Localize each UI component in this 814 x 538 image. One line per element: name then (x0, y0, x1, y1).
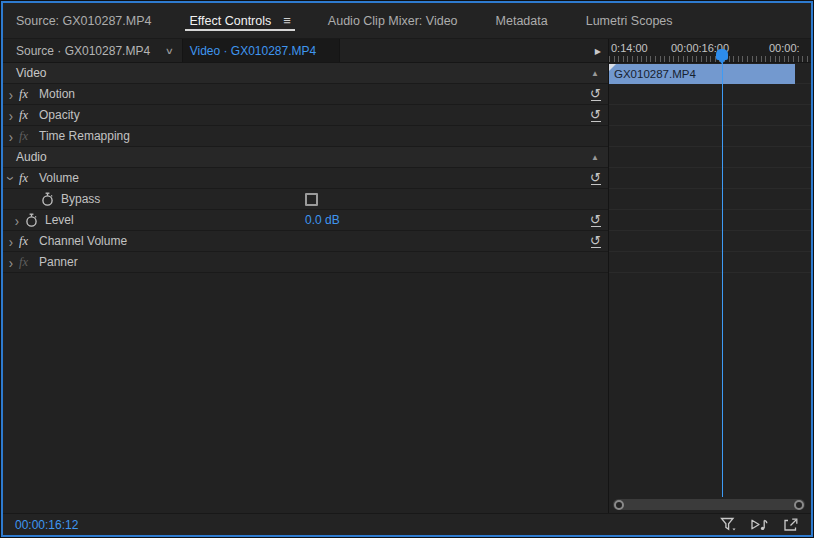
tab-lumetri-scopes[interactable]: Lumetri Scopes (567, 3, 692, 38)
panel-menu-icon[interactable]: ≡ (283, 13, 290, 28)
effect-row-motion[interactable]: › fx Motion ↺ (3, 84, 608, 105)
timeline-clip[interactable]: GX010287.MP4 (609, 64, 795, 84)
panner-label: Panner (39, 255, 78, 269)
reset-volume-button[interactable]: ↺ (590, 172, 601, 185)
level-label: Level (45, 213, 74, 227)
ruler-tick-label: 0:14:00 (611, 42, 648, 54)
tab-metadata[interactable]: Metadata (477, 3, 567, 38)
effect-row-time-remapping[interactable]: › fx Time Remapping (3, 126, 608, 147)
chevron-open-icon[interactable]: › (4, 176, 19, 180)
reset-channel-volume-button[interactable]: ↺ (590, 235, 601, 248)
chevron-right-icon[interactable]: › (9, 129, 13, 144)
tab-effect-controls-label: Effect Controls (190, 14, 272, 28)
reset-level-button[interactable]: ↺ (590, 214, 601, 227)
stopwatch-icon[interactable] (25, 213, 38, 228)
volume-label: Volume (39, 171, 79, 185)
fx-badge-icon[interactable]: fx (19, 171, 39, 186)
timeline-body: GX010287.MP4 (609, 63, 811, 513)
chevron-right-icon[interactable]: › (15, 213, 19, 228)
chevron-down-icon[interactable]: ∨ (165, 46, 174, 56)
section-header-audio[interactable]: Audio ▲ (3, 147, 608, 168)
stopwatch-icon[interactable] (41, 192, 54, 207)
filter-properties-icon[interactable] (720, 517, 737, 532)
channel-volume-label: Channel Volume (39, 234, 127, 248)
level-value[interactable]: 0.0 dB (305, 213, 340, 227)
effect-list-column: Source · GX010287.MP4 ∨ Video · GX010287… (3, 39, 608, 513)
param-row-level: › Level 0.0 dB ↺ (3, 210, 608, 231)
active-clip-subtab[interactable]: Video · GX010287.MP4 (182, 39, 340, 62)
effect-row-opacity[interactable]: › fx Opacity ↺ (3, 105, 608, 126)
fx-badge-icon[interactable]: fx (19, 234, 39, 249)
fx-badge-disabled-icon: fx (19, 129, 39, 144)
main-area: Source · GX010287.MP4 ∨ Video · GX010287… (3, 39, 811, 513)
chevron-right-icon[interactable]: › (9, 234, 13, 249)
timeline-row-separators (609, 63, 811, 276)
timeline-ruler[interactable]: 0:14:00 00:00:16:00 00:00: (609, 39, 811, 63)
timeline-zoom-scrollbar[interactable] (613, 499, 805, 510)
status-bar: 00:00:16:12 (3, 513, 811, 535)
effect-row-panner[interactable]: › fx Panner (3, 252, 608, 273)
effect-rows: Video ▲ › fx Motion ↺ › fx (3, 63, 608, 273)
tab-effect-controls[interactable]: Effect Controls ≡ (171, 3, 309, 38)
collapse-up-icon[interactable]: ▲ (591, 153, 599, 162)
audio-section-label: Audio (16, 150, 47, 164)
reset-motion-button[interactable]: ↺ (590, 88, 601, 101)
tab-audio-clip-mixer[interactable]: Audio Clip Mixer: Video (309, 3, 477, 38)
param-row-bypass: Bypass (3, 189, 608, 210)
playhead-line[interactable] (722, 61, 723, 497)
fx-badge-icon[interactable]: fx (19, 108, 39, 123)
clip-selector-strip: Source · GX010287.MP4 ∨ Video · GX010287… (3, 39, 608, 63)
expand-right-icon[interactable]: ▶ (595, 46, 601, 55)
chevron-right-icon[interactable]: › (9, 108, 13, 123)
bypass-checkbox[interactable] (305, 193, 318, 206)
chevron-right-icon[interactable]: › (9, 255, 13, 270)
panel-tab-bar: Source: GX010287.MP4 Effect Controls ≡ A… (3, 3, 811, 39)
effect-row-volume[interactable]: › fx Volume ↺ (3, 168, 608, 189)
fx-badge-icon[interactable]: fx (19, 87, 39, 102)
scrollbar-right-handle[interactable] (794, 500, 804, 510)
section-header-video[interactable]: Video ▲ (3, 63, 608, 84)
collapse-up-icon[interactable]: ▲ (591, 69, 599, 78)
chevron-right-icon[interactable]: › (9, 87, 13, 102)
effect-list-empty-area (3, 273, 608, 513)
reset-opacity-button[interactable]: ↺ (590, 109, 601, 122)
playhead-handle[interactable] (716, 49, 728, 60)
export-frame-icon[interactable] (783, 517, 799, 532)
time-remapping-label: Time Remapping (39, 129, 130, 143)
video-section-label: Video (16, 66, 46, 80)
scrollbar-left-handle[interactable] (614, 500, 624, 510)
status-bar-icons (720, 517, 799, 532)
bypass-label: Bypass (61, 192, 100, 206)
play-audio-icon[interactable] (750, 517, 770, 532)
ruler-tick-label: 00:00: (769, 42, 800, 54)
current-timecode[interactable]: 00:00:16:12 (15, 518, 78, 532)
ruler-ticks (609, 56, 811, 62)
opacity-label: Opacity (39, 108, 80, 122)
effect-timeline-column: 0:14:00 00:00:16:00 00:00: GX010287.MP4 (609, 39, 811, 513)
effect-row-channel-volume[interactable]: › fx Channel Volume ↺ (3, 231, 608, 252)
motion-label: Motion (39, 87, 75, 101)
fx-badge-disabled-icon: fx (19, 255, 39, 270)
effect-controls-panel: Source: GX010287.MP4 Effect Controls ≡ A… (1, 1, 813, 537)
source-clip-label: Source · GX010287.MP4 (16, 44, 150, 58)
tab-source-monitor[interactable]: Source: GX010287.MP4 (3, 3, 171, 38)
